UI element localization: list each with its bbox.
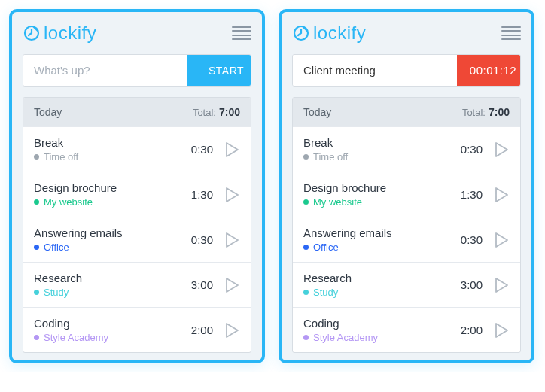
panel-header: lockify: [292, 23, 521, 44]
list-header: TodayTotal:7:00: [23, 98, 251, 126]
entry-title: Design brochure: [303, 181, 452, 194]
time-entry[interactable]: Design brochureMy website1:30: [293, 172, 520, 217]
entry-project: Office: [34, 242, 183, 253]
entry-project: Style Academy: [303, 332, 452, 343]
time-entry-list: TodayTotal:7:00BreakTime off0:30 Design …: [292, 97, 521, 353]
time-entry[interactable]: BreakTime off0:30: [293, 126, 520, 172]
entry-duration: 1:30: [452, 188, 483, 201]
project-color-dot: [34, 290, 39, 295]
panel-header: lockify: [23, 23, 251, 44]
start-button[interactable]: START: [187, 55, 251, 86]
project-name: My website: [313, 196, 362, 208]
entry-info: CodingStyle Academy: [34, 317, 183, 343]
play-button[interactable]: [225, 322, 240, 339]
entry-info: BreakTime off: [303, 136, 452, 163]
project-color-dot: [34, 245, 39, 250]
time-entry-list: TodayTotal:7:00BreakTime off0:30 Design …: [23, 97, 251, 353]
project-name: Study: [44, 287, 69, 298]
menu-icon[interactable]: [501, 26, 521, 40]
project-color-dot: [34, 335, 39, 340]
entry-duration: 1:30: [183, 188, 213, 201]
play-button[interactable]: [495, 277, 510, 293]
entry-info: Design brochureMy website: [303, 181, 452, 208]
day-label: Today: [34, 106, 62, 118]
project-name: Office: [44, 242, 69, 253]
entry-info: Answering emailsOffice: [34, 226, 183, 253]
total-time: Total:7:00: [193, 106, 240, 118]
total-value: 7:00: [219, 106, 240, 118]
entry-duration: 2:00: [452, 324, 483, 336]
project-color-dot: [34, 154, 39, 160]
entry-project: Time off: [34, 151, 183, 163]
entry-title: Research: [34, 272, 183, 284]
entry-project: Style Academy: [34, 332, 183, 343]
entry-info: ResearchStudy: [303, 272, 452, 298]
time-entry[interactable]: CodingStyle Academy2:00: [23, 307, 251, 352]
tracker-panel: lockify00:01:12TodayTotal:7:00BreakTime …: [279, 9, 534, 363]
entry-duration: 0:30: [183, 143, 213, 156]
entry-duration: 0:30: [452, 233, 483, 246]
task-description-input[interactable]: [293, 55, 457, 86]
project-name: Style Academy: [44, 332, 108, 343]
timer-input-row: 00:01:12: [292, 54, 521, 87]
project-name: Time off: [44, 151, 78, 163]
clockify-logo-icon: [23, 24, 41, 42]
entry-duration: 0:30: [183, 233, 213, 246]
project-color-dot: [303, 245, 309, 250]
play-button[interactable]: [225, 187, 240, 203]
project-color-dot: [303, 199, 309, 205]
play-button[interactable]: [225, 232, 240, 248]
entry-title: Coding: [34, 317, 183, 330]
entry-project: Office: [303, 242, 452, 253]
entry-project: Study: [303, 287, 452, 298]
app-name: lockify: [313, 23, 366, 44]
menu-icon[interactable]: [232, 26, 251, 40]
time-entry[interactable]: Answering emailsOffice0:30: [293, 217, 520, 262]
entry-info: BreakTime off: [34, 136, 183, 163]
play-button[interactable]: [225, 277, 240, 293]
time-entry[interactable]: ResearchStudy3:00: [23, 262, 251, 307]
play-button[interactable]: [495, 187, 510, 203]
entry-title: Design brochure: [34, 181, 183, 194]
app-name: lockify: [44, 23, 96, 44]
entry-project: My website: [303, 196, 452, 208]
project-name: Style Academy: [313, 332, 378, 343]
project-color-dot: [303, 290, 309, 295]
play-button[interactable]: [495, 141, 510, 158]
project-name: My website: [44, 196, 93, 208]
total-time: Total:7:00: [462, 106, 510, 118]
project-color-dot: [34, 199, 39, 205]
project-name: Study: [313, 287, 338, 298]
time-entry[interactable]: BreakTime off0:30: [23, 126, 251, 172]
time-entry[interactable]: Design brochureMy website1:30: [23, 172, 251, 217]
time-entry[interactable]: Answering emailsOffice0:30: [23, 217, 251, 262]
entry-info: CodingStyle Academy: [303, 317, 452, 343]
total-value: 7:00: [489, 106, 510, 118]
play-button[interactable]: [225, 141, 240, 158]
stop-button[interactable]: 00:01:12: [457, 55, 521, 86]
app-logo: lockify: [23, 23, 96, 44]
entry-duration: 2:00: [183, 324, 213, 336]
entry-title: Research: [303, 272, 452, 284]
entry-info: Answering emailsOffice: [303, 226, 452, 253]
entry-title: Coding: [303, 317, 452, 330]
list-header: TodayTotal:7:00: [293, 98, 520, 126]
time-entry[interactable]: ResearchStudy3:00: [293, 262, 520, 307]
entry-project: Time off: [303, 151, 452, 163]
entry-info: Design brochureMy website: [34, 181, 183, 208]
play-button[interactable]: [495, 232, 510, 248]
task-description-input[interactable]: [23, 55, 187, 86]
entry-project: My website: [34, 196, 183, 208]
day-label: Today: [303, 106, 331, 118]
app-logo: lockify: [292, 23, 366, 44]
project-color-dot: [303, 154, 309, 160]
entry-duration: 3:00: [183, 278, 213, 291]
entry-title: Break: [34, 136, 183, 149]
project-name: Office: [313, 242, 339, 253]
time-entry[interactable]: CodingStyle Academy2:00: [293, 307, 520, 352]
entry-duration: 3:00: [452, 278, 483, 291]
entry-title: Answering emails: [34, 226, 183, 239]
entry-info: ResearchStudy: [34, 272, 183, 298]
entry-title: Answering emails: [303, 226, 452, 239]
play-button[interactable]: [495, 322, 510, 339]
